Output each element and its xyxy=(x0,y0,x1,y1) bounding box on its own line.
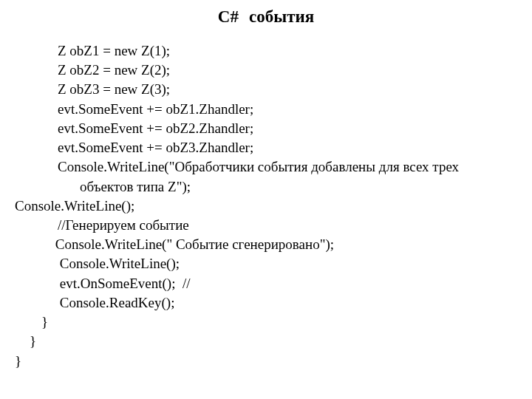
code-line: объектов типа Z"); xyxy=(15,177,517,197)
slide: C#события Z obZ1 = new Z(1); Z obZ2 = ne… xyxy=(0,0,532,399)
slide-title: C#события xyxy=(0,7,532,27)
code-line: Console.WriteLine(); xyxy=(15,197,517,216)
code-block: Z obZ1 = new Z(1); Z obZ2 = new Z(2); Z … xyxy=(15,41,517,371)
code-line: Z obZ2 = new Z(2); xyxy=(15,61,517,80)
code-line: //Генерируем событие xyxy=(15,216,517,235)
code-line: } xyxy=(15,313,517,332)
code-line: } xyxy=(15,352,517,371)
code-line: evt.OnSomeEvent(); // xyxy=(15,274,517,293)
code-line: evt.SomeEvent += obZ2.Zhandler; xyxy=(15,119,517,138)
title-part1: C# xyxy=(218,7,239,26)
code-line: Z obZ1 = new Z(1); xyxy=(15,41,517,61)
code-line: Console.WriteLine("Обработчики события д… xyxy=(15,157,517,177)
code-line: Console.ReadKey(); xyxy=(15,293,517,313)
code-line: Console.WriteLine(); xyxy=(15,254,517,273)
code-line: } xyxy=(15,332,517,351)
code-line: Z obZ3 = new Z(3); xyxy=(15,80,517,99)
code-line: evt.SomeEvent += obZ3.Zhandler; xyxy=(15,138,517,157)
title-part2: события xyxy=(249,7,314,26)
code-line: evt.SomeEvent += obZ1.Zhandler; xyxy=(15,100,517,119)
code-line: Console.WriteLine(" Событие сгенерирован… xyxy=(15,235,517,254)
